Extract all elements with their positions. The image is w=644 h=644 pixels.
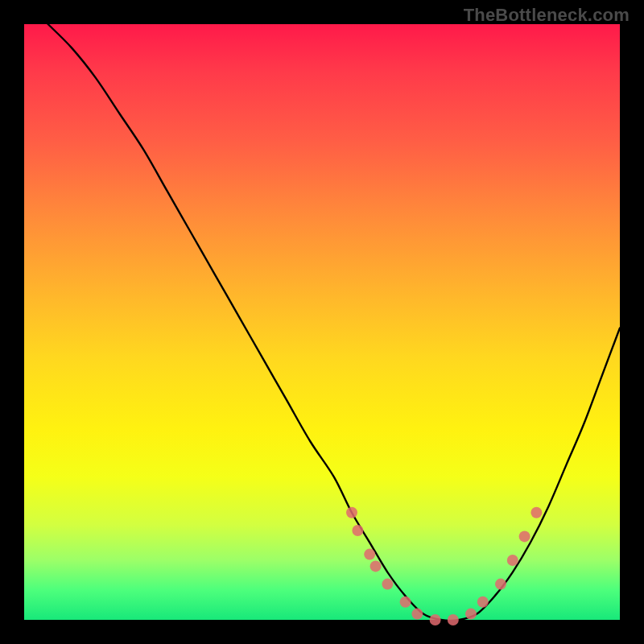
curve-layer <box>24 24 620 620</box>
curve-marker <box>400 597 411 608</box>
chart-container: TheBottleneck.com <box>0 0 644 644</box>
curve-marker <box>530 507 542 518</box>
curve-marker <box>411 609 423 620</box>
curve-marker <box>382 579 393 590</box>
plot-area <box>24 24 620 620</box>
watermark-text: TheBottleneck.com <box>464 5 630 26</box>
curve-marker <box>448 614 459 625</box>
curve-marker <box>465 609 477 620</box>
bottleneck-curve <box>48 24 620 621</box>
curve-marker <box>507 555 518 566</box>
curve-marker <box>477 597 489 608</box>
curve-markers <box>346 507 542 625</box>
curve-marker <box>370 560 382 572</box>
curve-marker <box>352 525 363 536</box>
curve-marker <box>495 579 506 590</box>
curve-marker <box>430 614 441 625</box>
curve-marker <box>346 507 357 518</box>
curve-marker <box>519 530 530 542</box>
curve-marker <box>364 549 375 560</box>
